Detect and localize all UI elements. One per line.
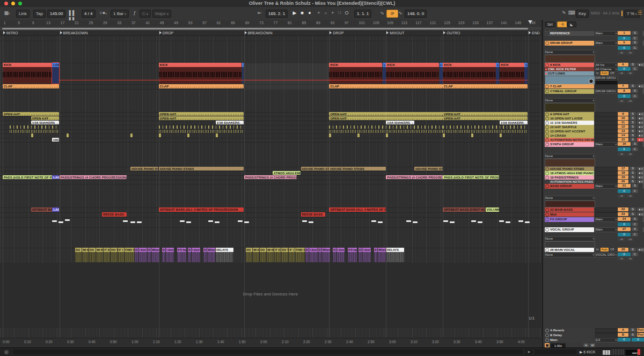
clip[interactable] [471, 134, 473, 137]
solo-button[interactable]: S [630, 121, 636, 124]
clip[interactable]: OFFBEAT BASS (ALL [31, 207, 52, 212]
bar-number[interactable]: 113 [401, 21, 407, 25]
return-b-delay[interactable]: B Delay [545, 333, 594, 337]
pan-value[interactable]: 0 [618, 233, 631, 236]
time-signature-field[interactable]: 4 / 4 [82, 10, 96, 18]
fx-mini-clip[interactable] [186, 221, 191, 223]
draw-mode-icon[interactable]: ✎ [561, 10, 567, 17]
bar-number[interactable]: 105 [373, 21, 379, 25]
set-locator-button[interactable]: Set [545, 21, 555, 27]
clip[interactable]: OFFBEAT BASS (ALL 4 NOTES OF PROGRESSION [329, 207, 385, 212]
clip[interactable]: HOUSE PIANO STABS [130, 167, 158, 170]
solo-button[interactable]: S [630, 248, 636, 251]
clip[interactable]: PADS (HOLD FIRST NOTE OF PROGRESSION) [443, 175, 499, 179]
clip[interactable] [500, 134, 502, 137]
instrument-chooser[interactable]: None▾ [545, 98, 595, 103]
crossfade-button[interactable]: C [632, 94, 638, 98]
crossfade-button[interactable]: C [632, 147, 638, 151]
track-number-badge[interactable]: 24 [618, 217, 631, 221]
bar-number[interactable]: 129 [458, 21, 465, 25]
session-record-icon[interactable]: ∷ [336, 10, 343, 17]
clip[interactable]: KICK [443, 63, 496, 84]
pan-value[interactable]: 0 [618, 189, 631, 193]
track-header-cwl-kick-filter[interactable]: CWL KICK FILTER [545, 67, 594, 71]
volume-inf-button[interactable]: -∞ [618, 238, 625, 241]
bar-number[interactable]: 45 [160, 21, 164, 25]
bar-number[interactable]: 13 [46, 21, 50, 25]
arrangement-position[interactable]: 165. 2. 1 [266, 10, 288, 18]
vocal-clip[interactable]: IM M [253, 248, 259, 252]
output-meter-icon[interactable]: ▬▾ [632, 350, 638, 355]
vocal-clip[interactable]: D [374, 248, 377, 252]
vocal-clip[interactable]: D [318, 248, 321, 252]
vocal-clip[interactable]: IM BE [267, 248, 274, 252]
note-pattern[interactable] [443, 130, 528, 133]
solo-button[interactable]: S [630, 328, 636, 332]
vocal-clip[interactable]: DO [260, 248, 266, 252]
groove-icon[interactable]: ○●▾ [98, 10, 108, 17]
track-header-reference[interactable]: REFERENCE [545, 31, 594, 36]
solo-button[interactable]: S [630, 333, 636, 337]
bar-number[interactable]: 133 [472, 21, 479, 25]
vocal-clip[interactable]: It'll hap [177, 248, 186, 252]
freeze-circle-button[interactable] [589, 79, 594, 84]
fx-mini-clip[interactable] [499, 220, 504, 222]
vocal-clip[interactable]: D [203, 248, 207, 252]
solo-button[interactable]: S [632, 31, 638, 35]
vocal-clip[interactable]: FIND S [125, 248, 134, 252]
vocal-clip[interactable]: I don't [192, 248, 200, 252]
instrument-chooser[interactable]: None▾ [545, 154, 595, 159]
track-number-badge[interactable]: 8 [618, 89, 631, 93]
scale-name-menu[interactable]: Major ▾ [152, 10, 171, 18]
clip[interactable]: 1/16 SHAKERS [216, 121, 244, 124]
vocal-clip[interactable]: IT D [274, 248, 281, 252]
key-map-button[interactable]: Key [576, 10, 589, 18]
track-number-badge[interactable]: 16 [618, 142, 631, 146]
solo-button[interactable]: S [630, 138, 636, 142]
vocal-clip[interactable]: IF I [118, 248, 124, 252]
clip[interactable]: HOUSE PIANO STABS [301, 167, 329, 170]
bar-number[interactable]: 1 [4, 21, 6, 25]
io-routing-menu[interactable]: Main▾ [595, 41, 618, 46]
solo-button[interactable]: S [630, 116, 636, 120]
post-button[interactable]: Post [637, 328, 644, 332]
bar-number[interactable]: 77 [274, 21, 278, 25]
track-header-14-crash[interactable]: 14 CRASH [545, 134, 594, 138]
bar-number[interactable]: 125 [444, 21, 450, 25]
solo-button[interactable]: S [630, 207, 636, 211]
track-header-drum-group[interactable]: DRUM GROUP [545, 41, 594, 46]
width-zoom-button[interactable]: W [590, 343, 595, 347]
bar-number[interactable]: 101 [358, 21, 365, 25]
bar-number[interactable]: 73 [259, 21, 264, 25]
bar-number[interactable]: 5 [18, 21, 20, 25]
loop-set-icon[interactable]: ⟲ [557, 21, 568, 27]
record-button[interactable]: ● [306, 10, 313, 17]
bar-number[interactable]: 17 [61, 21, 65, 25]
group-routing-menu[interactable]: VOCAL GRO▾ [595, 253, 618, 257]
punch-in-icon[interactable]: ∿ [379, 10, 385, 17]
track-header-automation-notes-drum-grou[interactable]: AUTOMATION NOTES DRUM GROU [545, 138, 594, 142]
io-routing-menu[interactable]: Main▾ [595, 227, 618, 232]
fx-mini-clip[interactable] [52, 220, 57, 222]
follow-speed-icon[interactable]: ▦ [545, 343, 550, 347]
instrument-chooser[interactable]: None▾ [545, 253, 595, 257]
volume-inf-button[interactable]: -∞ [626, 152, 634, 156]
track-number-badge[interactable]: 22 [618, 207, 628, 211]
clip[interactable]: 1/16 SHAKERS [31, 121, 59, 124]
crossfade-button[interactable]: C [632, 253, 638, 256]
clip[interactable]: OPEN HAT [3, 112, 59, 116]
volume-inf-button[interactable]: -∞ [626, 257, 634, 261]
track-header-midi[interactable]: Midi [545, 212, 594, 217]
clip[interactable]: PADS (HOLD FIRST NOTE OF PROGRESSIO [3, 175, 52, 179]
pan-value[interactable]: 0 [618, 36, 631, 40]
instrument-chooser[interactable]: None▾ [545, 196, 595, 201]
fx-mini-clip[interactable] [525, 221, 530, 223]
bar-number[interactable]: 109 [387, 21, 393, 25]
vocal-clip[interactable]: D [188, 248, 191, 252]
volume-inf-button[interactable]: -∞ [626, 99, 634, 103]
vocal-clip[interactable]: IT D [104, 248, 110, 252]
clip[interactable]: CLAP [443, 84, 528, 88]
vocal-clip[interactable]: D [305, 248, 309, 252]
solo-button[interactable]: S [630, 175, 636, 179]
note-pattern[interactable] [10, 125, 59, 129]
